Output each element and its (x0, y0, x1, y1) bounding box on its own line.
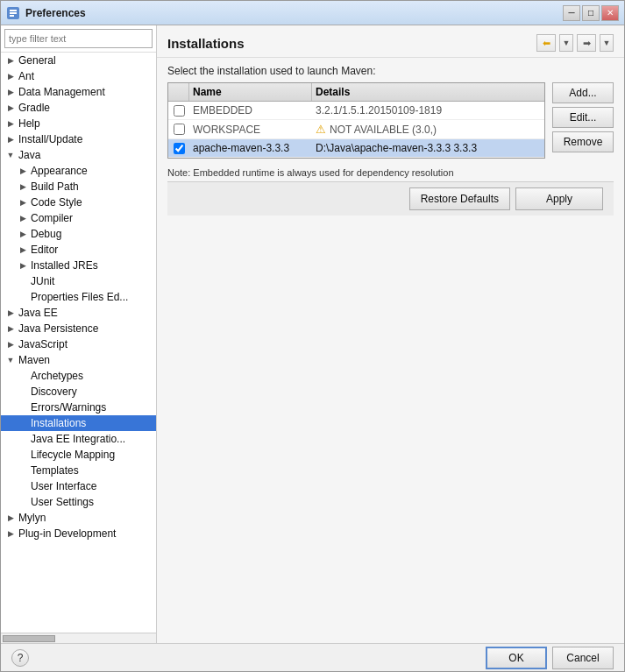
row-details-embedded: 3.2.1/1.5.1.20150109-1819 (312, 102, 544, 119)
sidebar-item-java-persistence[interactable]: ▶ Java Persistence (1, 321, 156, 336)
sidebar-item-label: Errors/Warnings (29, 400, 108, 414)
left-panel: ▶ General ▶ Ant ▶ Data Management ▶ Grad… (1, 25, 157, 643)
sidebar-item-junit[interactable]: JUnit (1, 273, 156, 289)
sidebar-item-code-style[interactable]: ▶ Code Style (1, 195, 156, 210)
col-check (168, 83, 189, 101)
remove-button[interactable]: Remove (552, 131, 614, 152)
toggle-icon: ▶ (4, 86, 17, 98)
footer-bar: ? OK Cancel (1, 643, 624, 671)
sidebar-item-java-ee[interactable]: ▶ Java EE (1, 305, 156, 321)
panel-nav-buttons: ⬅ ▼ ➡ ▼ (536, 34, 614, 52)
sidebar-item-install-update[interactable]: ▶ Install/Update (1, 131, 156, 147)
sidebar-item-label: Code Style (29, 195, 84, 209)
sidebar-item-ant[interactable]: ▶ Ant (1, 68, 156, 84)
window-controls: ─ □ ✕ (563, 5, 619, 21)
sidebar-item-label: Java EE Integratio... (29, 432, 127, 446)
toggle-icon: ▶ (4, 54, 17, 67)
row-check-workspace[interactable] (168, 122, 189, 137)
sidebar-item-java-ee-integration[interactable]: Java EE Integratio... (1, 431, 156, 447)
sidebar-item-archetypes[interactable]: Archetypes (1, 368, 156, 384)
scrollbar-thumb[interactable] (3, 635, 55, 642)
sidebar-item-label: Templates (29, 463, 81, 477)
checkbox-embedded[interactable] (174, 105, 185, 117)
toggle-icon (17, 496, 29, 508)
toggle-icon: ▶ (4, 338, 17, 350)
toggle-icon (17, 370, 29, 382)
svg-rect-2 (10, 12, 17, 14)
sidebar-item-compiler[interactable]: ▶ Compiler (1, 210, 156, 226)
row-check-embedded[interactable] (168, 103, 189, 118)
table-row[interactable]: EMBEDDED 3.2.1/1.5.1.20150109-1819 (168, 102, 544, 120)
main-content: ▶ General ▶ Ant ▶ Data Management ▶ Grad… (1, 25, 624, 643)
toggle-icon: ▶ (17, 212, 29, 224)
sidebar-item-installations[interactable]: Installations (1, 415, 156, 431)
sidebar-item-maven[interactable]: ▼ Maven (1, 352, 156, 368)
note-text: Note: Embedded runtime is always used fo… (167, 164, 614, 181)
sidebar-item-javascript[interactable]: ▶ JavaScript (1, 336, 156, 352)
toggle-icon: ▶ (4, 70, 17, 82)
table-row[interactable]: apache-maven-3.3.3 D:\Java\apache-maven-… (168, 139, 544, 158)
nav-back-button[interactable]: ⬅ (536, 34, 556, 52)
table-header: Name Details (168, 83, 544, 102)
sidebar-item-help[interactable]: ▶ Help (1, 116, 156, 131)
right-panel: Installations ⬅ ▼ ➡ ▼ Select the install… (157, 25, 624, 643)
sidebar-item-errors-warnings[interactable]: Errors/Warnings (1, 400, 156, 415)
toggle-icon: ▶ (17, 165, 29, 177)
sidebar-item-data-management[interactable]: ▶ Data Management (1, 84, 156, 100)
sidebar-item-label: Compiler (29, 211, 75, 225)
sidebar-item-lifecycle-mapping[interactable]: Lifecycle Mapping (1, 447, 156, 463)
col-details: Details (312, 83, 544, 101)
tree-scrollbar[interactable] (1, 633, 156, 643)
toggle-icon: ▼ (4, 149, 17, 161)
filter-input[interactable] (4, 29, 153, 48)
sidebar-item-general[interactable]: ▶ General (1, 53, 156, 68)
sidebar-item-debug[interactable]: ▶ Debug (1, 226, 156, 242)
nav-forward-button[interactable]: ➡ (577, 34, 596, 52)
checkbox-apache-maven[interactable] (174, 143, 185, 154)
sidebar-item-label: Mylyn (17, 511, 47, 525)
apply-button[interactable]: Apply (515, 187, 603, 210)
sidebar-item-label: Discovery (29, 385, 79, 399)
col-name: Name (189, 83, 312, 101)
sidebar-item-label: Lifecycle Mapping (29, 448, 117, 462)
checkbox-workspace[interactable] (174, 124, 185, 135)
sidebar-item-gradle[interactable]: ▶ Gradle (1, 100, 156, 116)
sidebar-item-editor[interactable]: ▶ Editor (1, 242, 156, 258)
sidebar-item-discovery[interactable]: Discovery (1, 384, 156, 400)
sidebar-item-mylyn[interactable]: ▶ Mylyn (1, 510, 156, 526)
panel-description: Select the installation used to launch M… (167, 65, 614, 77)
nav-forward-dropdown[interactable]: ▼ (600, 34, 614, 52)
maximize-button[interactable]: □ (582, 5, 600, 21)
table-row[interactable]: WORKSPACE ⚠ NOT AVAILABLE (3.0,) (168, 120, 544, 139)
edit-button[interactable]: Edit... (552, 107, 614, 128)
sidebar-item-label: Maven (17, 353, 52, 367)
sidebar-item-label: Plug-in Development (17, 527, 117, 541)
sidebar-item-build-path[interactable]: ▶ Build Path (1, 179, 156, 195)
sidebar-item-appearance[interactable]: ▶ Appearance (1, 163, 156, 179)
sidebar-item-installed-jres[interactable]: ▶ Installed JREs (1, 258, 156, 273)
toggle-icon (17, 401, 29, 414)
sidebar-item-user-settings[interactable]: User Settings (1, 494, 156, 510)
row-check-apache-maven[interactable] (168, 141, 189, 156)
minimize-button[interactable]: ─ (563, 5, 580, 21)
row-name-apache-maven: apache-maven-3.3.3 (189, 139, 312, 157)
add-button[interactable]: Add... (552, 82, 614, 103)
sidebar-item-java[interactable]: ▼ Java (1, 147, 156, 163)
sidebar-item-user-interface[interactable]: User Interface (1, 478, 156, 494)
nav-back-dropdown[interactable]: ▼ (559, 34, 573, 52)
sidebar-item-label: Gradle (17, 101, 52, 115)
help-button[interactable]: ? (11, 649, 29, 667)
restore-defaults-button[interactable]: Restore Defaults (409, 187, 510, 210)
ok-button[interactable]: OK (486, 647, 547, 669)
window-icon (6, 6, 20, 20)
toggle-icon: ▶ (17, 244, 29, 256)
sidebar-item-plugin-development[interactable]: ▶ Plug-in Development (1, 526, 156, 541)
toggle-icon: ▶ (4, 512, 17, 524)
close-button[interactable]: ✕ (601, 5, 619, 21)
sidebar-item-label: Install/Update (17, 132, 84, 146)
sidebar-item-properties-files[interactable]: Properties Files Ed... (1, 289, 156, 305)
sidebar-item-templates[interactable]: Templates (1, 463, 156, 478)
toggle-icon: ▶ (4, 117, 17, 130)
sidebar-item-label: Ant (17, 69, 36, 83)
cancel-button[interactable]: Cancel (552, 647, 614, 669)
